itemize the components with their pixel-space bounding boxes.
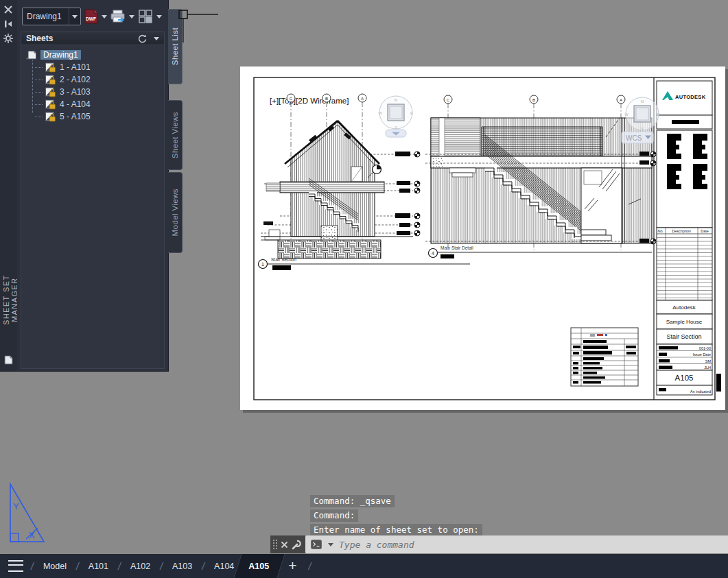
- sheet-set-root-icon: [25, 50, 37, 60]
- rev-col-description: Description: [672, 229, 691, 233]
- grid-bubble: A: [361, 97, 364, 101]
- palette-title: SHEET SET MANAGER: [2, 252, 14, 348]
- tab-separator: /: [202, 561, 204, 572]
- tab-a104[interactable]: A104: [214, 562, 234, 571]
- sheet-icon: [45, 87, 56, 97]
- compass-south[interactable]: S: [395, 125, 397, 130]
- tab-separator: /: [118, 561, 121, 572]
- command-history-line: Enter name of sheet set to open:: [310, 524, 482, 536]
- chevron-down-icon: [69, 8, 80, 25]
- customize-wrench-icon[interactable]: [292, 540, 302, 550]
- viewport-label[interactable]: [+][Top][2D Wireframe]: [270, 97, 349, 105]
- viewcube-left[interactable]: N S W E: [378, 96, 413, 137]
- command-prompt-icon[interactable]: [311, 540, 324, 549]
- view-title: Stair Section: [271, 257, 296, 262]
- compass-south[interactable]: S: [641, 127, 644, 131]
- sheets-menu-icon[interactable]: [154, 37, 159, 40]
- tab-model-views[interactable]: Model Views: [168, 172, 183, 253]
- wcs-label: WCS: [626, 134, 642, 142]
- grid-bubble: A: [620, 98, 622, 102]
- tree-root-drawing1[interactable]: Drawing1: [21, 49, 164, 61]
- new-layout-button[interactable]: +: [288, 557, 296, 574]
- palette-titlebar: SHEET SET MANAGER: [0, 0, 18, 371]
- sheet-icon: [45, 99, 56, 110]
- drawn-by: SM: [705, 359, 712, 363]
- command-history: Command: _qsave Command: Enter name of s…: [310, 495, 482, 538]
- close-icon[interactable]: [3, 4, 14, 15]
- command-bar-controls: [270, 535, 305, 553]
- tab-separator: /: [160, 561, 163, 572]
- palette-panel: Drawing1 DWF: [17, 0, 168, 371]
- command-history-line: Command:: [310, 509, 358, 522]
- hamburger-menu-icon[interactable]: [8, 560, 23, 572]
- command-history-line: Command: _qsave: [310, 495, 395, 507]
- issue-date: Issue Date: [693, 352, 711, 357]
- main-stair-detail-view: C B A: [425, 95, 656, 258]
- tree-item-a102[interactable]: 2 - A102: [21, 73, 164, 86]
- grid-bubble: C: [290, 97, 293, 101]
- close-icon[interactable]: [281, 541, 288, 549]
- sheet-number: A105: [675, 374, 694, 382]
- drag-handle[interactable]: [272, 539, 277, 550]
- sheet-selections-dropdown-icon[interactable]: [156, 15, 162, 19]
- tab-separator: /: [76, 561, 79, 572]
- grid-bubble: B: [325, 97, 328, 101]
- tree-item-a105[interactable]: 5 - A105: [21, 110, 164, 123]
- command-input[interactable]: [338, 539, 728, 551]
- checked-by: JLH: [704, 365, 711, 370]
- properties-gear-icon[interactable]: [3, 33, 14, 44]
- publish-dropdown-icon[interactable]: [102, 15, 107, 19]
- tab-model[interactable]: Model: [43, 562, 67, 571]
- tree-item-label: 1 - A101: [60, 62, 91, 72]
- ucs-y-label: Y: [13, 501, 19, 511]
- tab-a105-active[interactable]: A105: [237, 554, 280, 578]
- sheet-set-icon: [3, 354, 14, 365]
- ucs-icon: Y X: [5, 479, 48, 547]
- tree-item-label: 5 - A105: [60, 112, 91, 121]
- compass-west[interactable]: W: [378, 111, 382, 115]
- command-line-bar: [270, 535, 728, 553]
- refresh-icon[interactable]: [137, 34, 148, 44]
- level-targets: [414, 152, 420, 236]
- sheet-icon: [45, 112, 56, 122]
- layout-paper[interactable]: [+][Top][2D Wireframe] C B A: [240, 67, 725, 410]
- crosshair-cursor: [175, 7, 223, 48]
- grid-bubble: C: [447, 98, 450, 102]
- sheet-set-dropdown[interactable]: Drawing1: [22, 8, 81, 25]
- compass-east[interactable]: E: [410, 111, 413, 115]
- publish-dwf-button[interactable]: DWF: [84, 8, 99, 25]
- command-input-field[interactable]: [305, 535, 728, 553]
- compass-east[interactable]: E: [657, 112, 659, 117]
- sheet-set-manager-palette: SHEET SET MANAGER Drawing1 DWF: [0, 0, 168, 371]
- brand-name: AUTODESK: [675, 94, 706, 100]
- tab-a102[interactable]: A102: [130, 562, 150, 571]
- tree-item-a103[interactable]: 3 - A103: [21, 86, 164, 98]
- recent-commands-icon[interactable]: [328, 543, 333, 546]
- tab-a101[interactable]: A101: [89, 562, 108, 571]
- palette-toolbar: Drawing1 DWF: [17, 0, 168, 30]
- plot-button[interactable]: [110, 9, 126, 24]
- sheets-header-label: Sheets: [21, 34, 137, 43]
- compass-west[interactable]: W: [624, 112, 629, 117]
- view-title: Main Stair Detail: [441, 245, 473, 250]
- compass-north[interactable]: N: [641, 99, 644, 104]
- tab-separator: /: [308, 561, 311, 572]
- sheets-header: Sheets: [21, 32, 165, 45]
- tree-item-a101[interactable]: 1 - A101: [21, 61, 164, 73]
- project-name: Sample House: [666, 319, 703, 325]
- sheet-selections-button[interactable]: [137, 8, 154, 25]
- rev-col-no: No.: [658, 229, 664, 233]
- autocad-window: SHEET SET MANAGER Drawing1 DWF: [0, 0, 728, 578]
- plot-dropdown-icon[interactable]: [129, 15, 134, 19]
- tab-a103[interactable]: A103: [172, 562, 192, 571]
- auto-hide-icon[interactable]: [3, 19, 14, 29]
- sheet-icon: [45, 75, 56, 85]
- view-number: 1: [261, 262, 264, 267]
- scale-value: As indicated: [690, 389, 711, 394]
- schedule-block: [571, 328, 638, 386]
- tree-item-a104[interactable]: 4 - A104: [21, 98, 164, 110]
- tree-root-label: Drawing1: [40, 50, 81, 60]
- compass-north[interactable]: N: [395, 98, 397, 102]
- tab-sheet-views[interactable]: Sheet Views: [168, 100, 183, 170]
- project-number: 001-00: [699, 346, 711, 350]
